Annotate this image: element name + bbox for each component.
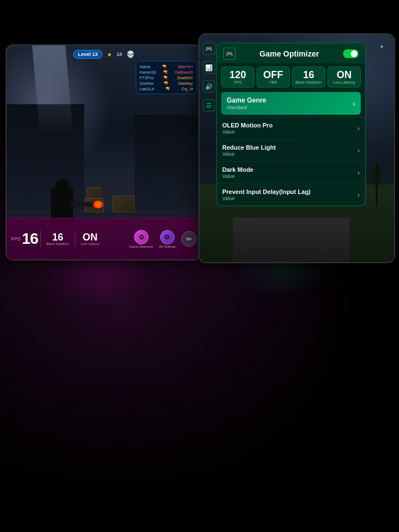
dark-mode-text-group: Dark Mode Value bbox=[222, 166, 253, 179]
low-lat-pill-value: ON bbox=[330, 70, 358, 80]
oled-chevron-icon: › bbox=[357, 125, 360, 132]
player-score-3: ZioeMAS bbox=[177, 76, 193, 80]
optimizer-header-icon: 🎮 bbox=[223, 48, 236, 60]
fps-pill-value: 120 bbox=[224, 70, 252, 80]
player-score-4: ZioeMay bbox=[178, 81, 193, 85]
bottom-icons-group: ⚙ Game Optimizer ⚙ All Settings ✏ bbox=[129, 230, 197, 248]
optimizer-toggle[interactable] bbox=[343, 49, 359, 58]
player-row: PT2Pos 🔫 ZioeMAS bbox=[140, 75, 193, 80]
optimizer-stats-row: 120 FPS OFF VBR 16 Black Stabilizer ON L… bbox=[217, 63, 365, 91]
crate-2 bbox=[87, 187, 101, 198]
player-gun bbox=[70, 202, 95, 207]
black-stab-label: Black Stabilizer bbox=[47, 242, 69, 245]
left-panel-icons: 🎮 📊 🔊 ☰ bbox=[203, 43, 215, 111]
optimizer-header: 🎮 Game Optimizer bbox=[217, 43, 365, 63]
genre-value: Standard bbox=[227, 105, 266, 110]
oled-motion-title: OLED Motion Pro bbox=[222, 122, 273, 129]
player-row: Larb2LA 🔫 Cry_M bbox=[140, 86, 193, 91]
blue-light-value: Value bbox=[222, 151, 276, 157]
game-optimizer-label: Game Optimizer bbox=[129, 245, 154, 248]
input-delay-chevron-icon: › bbox=[357, 191, 360, 199]
muzzle-flash bbox=[93, 201, 104, 208]
player-name-1: Nokes bbox=[140, 65, 151, 69]
black-stab-stat-pill: 16 Black Stabilizer bbox=[292, 66, 325, 88]
black-stab-value: 16 bbox=[52, 232, 63, 242]
player-name-5: Larb2LA bbox=[140, 87, 154, 91]
genre-label: Game Genre bbox=[227, 96, 266, 104]
tree bbox=[376, 162, 377, 207]
player-score-5: Cry_M bbox=[181, 87, 193, 91]
player-score-1: MaeYeH bbox=[178, 65, 193, 69]
skull-icon: 💀 bbox=[126, 50, 135, 58]
dark-mode-title: Dark Mode bbox=[222, 166, 253, 173]
fps-stat-pill: 120 FPS bbox=[221, 66, 254, 88]
low-latency-stat: ON Low Latency bbox=[81, 232, 100, 245]
fps-value-big: 16 bbox=[22, 230, 38, 248]
panel-icon-3[interactable]: 🔊 bbox=[203, 80, 215, 93]
stat-divider-2 bbox=[75, 231, 75, 247]
vrr-pill-label: VBR bbox=[259, 80, 287, 84]
tv-left: Level 13 ★ 18 💀 Nokes 🔫 MaeYeH KarrenS6 … bbox=[6, 44, 202, 260]
low-lat-pill-label: Low Latency bbox=[330, 80, 358, 84]
star-icon: ★ bbox=[107, 52, 112, 58]
vrr-stat-pill: OFF VBR bbox=[257, 66, 290, 88]
black-stab-pill-label: Black Stabilizer bbox=[295, 80, 323, 84]
player-row: KarrenS6 🔫 GaBoardS bbox=[140, 69, 193, 75]
panel-icon-4[interactable]: ☰ bbox=[203, 99, 215, 111]
hud-top: Level 13 ★ 18 💀 bbox=[7, 50, 201, 59]
input-delay-item[interactable]: Prevent Input Delay(Input Lag) Value › bbox=[217, 183, 365, 206]
fps-pill-label: FPS bbox=[224, 80, 252, 84]
fps-prefix-label: FPS bbox=[11, 236, 21, 242]
black-stabilizer-stat: 16 Black Stabilizer bbox=[47, 232, 69, 245]
kills-count: 18 bbox=[116, 52, 122, 57]
all-settings-button[interactable]: ⚙ All Settings bbox=[159, 230, 176, 248]
dark-mode-item[interactable]: Dark Mode Value › bbox=[217, 161, 365, 183]
oled-text-group: OLED Motion Pro Value bbox=[222, 122, 273, 135]
panel-icon-1[interactable]: 🎮 bbox=[203, 43, 215, 55]
game-genre-row[interactable]: Game Genre Standard › bbox=[221, 92, 361, 115]
black-stab-pill-value: 16 bbox=[295, 70, 323, 80]
hud-bottom: FPS 16 16 Black Stabilizer ON Low Latenc… bbox=[7, 218, 201, 259]
crate-3 bbox=[112, 196, 135, 212]
game-optimizer-icon: ⚙ bbox=[134, 230, 149, 244]
reduce-blue-light-item[interactable]: Reduce Blue Light Value › bbox=[217, 139, 365, 161]
blue-light-title: Reduce Blue Light bbox=[222, 144, 276, 151]
blue-light-chevron-icon: › bbox=[357, 147, 360, 155]
player-head bbox=[55, 179, 69, 190]
optimizer-panel: 🎮 Game Optimizer 120 FPS OFF VBR 16 Blac… bbox=[216, 43, 366, 206]
bottom-shadow bbox=[0, 266, 399, 532]
player-name-2: KarrenS6 bbox=[140, 70, 156, 74]
genre-chevron-icon: › bbox=[352, 99, 355, 108]
stat-divider-1 bbox=[40, 231, 41, 247]
input-delay-title: Prevent Input Delay(Input Lag) bbox=[222, 188, 311, 195]
input-delay-value: Value bbox=[222, 196, 311, 201]
vrr-pill-value: OFF bbox=[259, 70, 287, 80]
game-optimizer-button[interactable]: ⚙ Game Optimizer bbox=[129, 230, 154, 248]
blue-light-text-group: Reduce Blue Light Value bbox=[222, 144, 276, 157]
star-1 bbox=[381, 45, 383, 48]
all-settings-label: All Settings bbox=[159, 245, 176, 248]
dark-mode-chevron-icon: › bbox=[357, 169, 360, 177]
player-row: ZoeMax 🔫 ZioeMay bbox=[140, 80, 193, 86]
player-name-3: PT2Pos bbox=[140, 76, 154, 80]
oled-motion-pro-item[interactable]: OLED Motion Pro Value › bbox=[217, 117, 365, 139]
all-settings-icon: ⚙ bbox=[160, 230, 175, 244]
input-delay-text-group: Prevent Input Delay(Input Lag) Value bbox=[222, 188, 311, 201]
player-score-2: GaBoardS bbox=[175, 70, 193, 74]
screen-container: Level 13 ★ 18 💀 Nokes 🔫 MaeYeH KarrenS6 … bbox=[0, 0, 399, 532]
tv-right: 🎮 📊 🔊 ☰ 🎮 Game Optimizer 120 FPS OFF bbox=[198, 33, 395, 263]
level-badge: Level 13 bbox=[73, 50, 103, 59]
road-right bbox=[233, 218, 350, 262]
player-name-4: ZoeMax bbox=[140, 81, 154, 85]
low-lat-value: ON bbox=[83, 232, 98, 242]
player-list: Nokes 🔫 MaeYeH KarrenS6 🔫 GaBoardS PT2Po… bbox=[136, 61, 197, 94]
player-row: Nokes 🔫 MaeYeH bbox=[140, 64, 193, 69]
pencil-button[interactable]: ✏ bbox=[181, 231, 197, 247]
low-lat-stat-pill: ON Low Latency bbox=[328, 66, 361, 88]
dark-mode-value: Value bbox=[222, 173, 253, 179]
low-lat-label: Low Latency bbox=[81, 242, 100, 245]
genre-text-group: Game Genre Standard bbox=[227, 96, 266, 110]
panel-icon-2[interactable]: 📊 bbox=[203, 62, 215, 74]
building-right bbox=[135, 115, 201, 215]
oled-motion-value: Value bbox=[222, 129, 273, 135]
